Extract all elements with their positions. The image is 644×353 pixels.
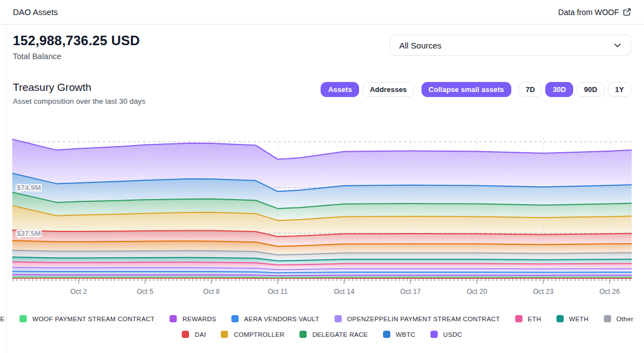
x-tick-label: Oct 23 bbox=[533, 288, 554, 296]
legend-label: COMPTROLLER bbox=[234, 331, 284, 338]
balance-section: 152,988,736.25 USD Total Balance All Sou… bbox=[0, 25, 644, 61]
legend-label: AERA VENDORS VAULT bbox=[244, 316, 319, 322]
legend-swatch-icon bbox=[515, 315, 522, 322]
chart-legend: MANTLEWOOF PAYMENT STREAM CONTRACTREWARD… bbox=[0, 315, 644, 338]
legend-item-woof-payment-stream-contract[interactable]: WOOF PAYMENT STREAM CONTRACT bbox=[20, 315, 154, 322]
stacked-area-chart[interactable]: Oct 2Oct 5Oct 8Oct 11Oct 14Oct 17Oct 20O… bbox=[12, 136, 632, 298]
left-divider bbox=[6, 25, 7, 353]
legend-swatch-icon bbox=[170, 315, 177, 322]
legend-item-delegate-race[interactable]: DELEGATE RACE bbox=[299, 331, 368, 338]
legend-row-1: MANTLEWOOF PAYMENT STREAM CONTRACTREWARD… bbox=[0, 315, 644, 322]
legend-label: USDC bbox=[443, 331, 462, 338]
total-balance-label: Total Balance bbox=[13, 52, 140, 61]
legend-label: WOOF PAYMENT STREAM CONTRACT bbox=[32, 316, 154, 322]
dao-assets-page: DAO Assets Data from WOOF 152,988,736.25… bbox=[0, 0, 644, 353]
section-titles: Treasury Growth Asset composition over t… bbox=[13, 81, 146, 105]
chevron-down-icon bbox=[613, 41, 622, 50]
legend-row-2: DAICOMPTROLLERDELEGATE RACEWBTCUSDC bbox=[0, 331, 644, 338]
addresses-toggle-button[interactable]: Addresses bbox=[362, 82, 414, 97]
legend-item-dai[interactable]: DAI bbox=[182, 331, 206, 338]
balance-block: 152,988,736.25 USD Total Balance bbox=[13, 32, 140, 61]
data-source-label: Data from WOOF bbox=[558, 8, 619, 17]
chart-buttons: Assets Addresses Collapse small assets 7… bbox=[321, 81, 631, 97]
legend-item-weth[interactable]: WETH bbox=[556, 315, 589, 322]
x-tick-label: Oct 17 bbox=[400, 288, 421, 296]
header: DAO Assets Data from WOOF bbox=[0, 0, 644, 25]
sources-dropdown[interactable]: All Sources bbox=[390, 35, 631, 56]
legend-item-eth[interactable]: ETH bbox=[515, 315, 541, 322]
legend-swatch-icon bbox=[182, 331, 189, 338]
legend-swatch-icon bbox=[221, 331, 228, 338]
legend-item-mantle[interactable]: MANTLE bbox=[0, 315, 4, 322]
x-tick-label: Oct 5 bbox=[137, 288, 153, 296]
legend-swatch-icon bbox=[299, 331, 307, 338]
legend-swatch-icon bbox=[604, 315, 611, 322]
assets-toggle-button[interactable]: Assets bbox=[321, 82, 359, 97]
legend-label: DAI bbox=[195, 331, 206, 338]
range-90d-button[interactable]: 90D bbox=[577, 82, 604, 97]
legend-swatch-icon bbox=[335, 315, 342, 322]
y-axis-label: $74.9M bbox=[17, 183, 41, 192]
x-tick-label: Oct 2 bbox=[70, 288, 87, 296]
legend-item-aera-vendors-vault[interactable]: AERA VENDORS VAULT bbox=[231, 315, 319, 322]
sources-dropdown-value: All Sources bbox=[399, 41, 442, 50]
legend-label: WETH bbox=[569, 316, 589, 322]
range-7d-button[interactable]: 7D bbox=[519, 82, 543, 97]
page-title: DAO Assets bbox=[13, 7, 58, 17]
legend-label: Other bbox=[617, 316, 633, 322]
legend-swatch-icon bbox=[383, 331, 390, 338]
chart-controls-section: Treasury Growth Asset composition over t… bbox=[0, 61, 644, 105]
x-tick-label: Oct 20 bbox=[467, 288, 487, 296]
legend-item-other[interactable]: Other bbox=[604, 315, 633, 322]
external-link-icon bbox=[623, 8, 631, 16]
legend-item-usdc[interactable]: USDC bbox=[430, 331, 462, 338]
legend-label: MANTLE bbox=[0, 316, 4, 322]
legend-item-wbtc[interactable]: WBTC bbox=[383, 331, 415, 338]
range-1y-button[interactable]: 1Y bbox=[608, 82, 631, 97]
legend-label: DELEGATE RACE bbox=[312, 331, 368, 338]
treasury-growth-chart[interactable]: Oct 2Oct 5Oct 8Oct 11Oct 14Oct 17Oct 20O… bbox=[12, 136, 632, 298]
x-tick-label: Oct 8 bbox=[203, 288, 220, 296]
data-source-link[interactable]: Data from WOOF bbox=[558, 8, 631, 17]
legend-swatch-icon bbox=[430, 331, 438, 338]
legend-label: REWARDS bbox=[182, 316, 216, 322]
legend-item-rewards[interactable]: REWARDS bbox=[170, 315, 216, 322]
y-axis-label: $37.5M bbox=[17, 229, 41, 238]
legend-swatch-icon bbox=[20, 315, 27, 322]
range-30d-button[interactable]: 30D bbox=[545, 82, 573, 97]
legend-item-openzeppelin-payment-stream-contract[interactable]: OPENZEPPELIN PAYMENT STREAM CONTRACT bbox=[335, 315, 500, 322]
legend-swatch-icon bbox=[231, 315, 239, 322]
legend-label: WBTC bbox=[396, 331, 415, 338]
legend-label: ETH bbox=[528, 316, 541, 322]
legend-label: OPENZEPPELIN PAYMENT STREAM CONTRACT bbox=[347, 316, 500, 322]
section-title: Treasury Growth bbox=[13, 81, 146, 94]
x-tick-label: Oct 26 bbox=[599, 288, 620, 296]
section-subtitle: Asset composition over the last 30 days bbox=[13, 97, 146, 105]
legend-item-comptroller[interactable]: COMPTROLLER bbox=[221, 331, 284, 338]
x-tick-label: Oct 14 bbox=[334, 288, 355, 296]
total-balance-amount: 152,988,736.25 USD bbox=[13, 32, 140, 49]
x-tick-label: Oct 11 bbox=[268, 288, 288, 296]
collapse-small-assets-button[interactable]: Collapse small assets bbox=[422, 82, 511, 97]
line-woof-payment-stream-contract bbox=[12, 277, 632, 278]
legend-swatch-icon bbox=[556, 315, 564, 322]
